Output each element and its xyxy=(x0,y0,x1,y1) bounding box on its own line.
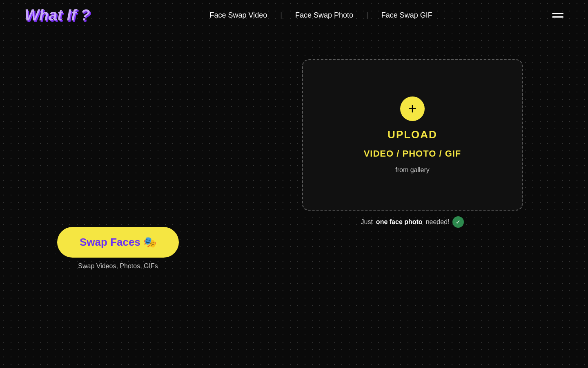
swap-subtitle: Swap Videos, Photos, GIFs xyxy=(57,263,179,270)
upload-subtitle: VIDEO / PHOTO / GIF xyxy=(364,148,461,159)
nav-sep-1: | xyxy=(280,11,282,20)
upload-title: UPLOAD xyxy=(388,128,437,141)
menu-line-2 xyxy=(552,16,564,18)
upload-dropzone[interactable]: + UPLOAD VIDEO / PHOTO / GIF from galler… xyxy=(302,59,523,211)
nav-face-swap-gif[interactable]: Face Swap GIF xyxy=(381,11,432,20)
upload-plus-icon: + xyxy=(400,96,425,121)
info-bold: one face photo xyxy=(376,218,423,226)
hamburger-menu[interactable] xyxy=(552,13,564,18)
logo-text: What If ? xyxy=(24,7,90,24)
logo[interactable]: What If ? xyxy=(24,7,90,24)
nav-sep-2: | xyxy=(366,11,368,20)
upload-desc: from gallery xyxy=(395,166,430,174)
main-nav: Face Swap Video | Face Swap Photo | Face… xyxy=(210,11,432,20)
menu-line-1 xyxy=(552,13,564,14)
shield-check-icon: ✓ xyxy=(452,216,464,228)
nav-face-swap-video[interactable]: Face Swap Video xyxy=(210,11,267,20)
main-content: Swap Faces 🎭 Swap Videos, Photos, GIFs +… xyxy=(0,31,588,270)
left-section: Swap Faces 🎭 Swap Videos, Photos, GIFs xyxy=(57,55,179,270)
right-section: + UPLOAD VIDEO / PHOTO / GIF from galler… xyxy=(302,55,523,228)
info-text: Just one face photo needed! ✓ xyxy=(361,216,464,228)
nav-face-swap-photo[interactable]: Face Swap Photo xyxy=(295,11,353,20)
info-prefix: Just xyxy=(361,218,373,226)
info-suffix: needed! xyxy=(426,218,450,226)
swap-faces-button[interactable]: Swap Faces 🎭 xyxy=(57,227,179,258)
